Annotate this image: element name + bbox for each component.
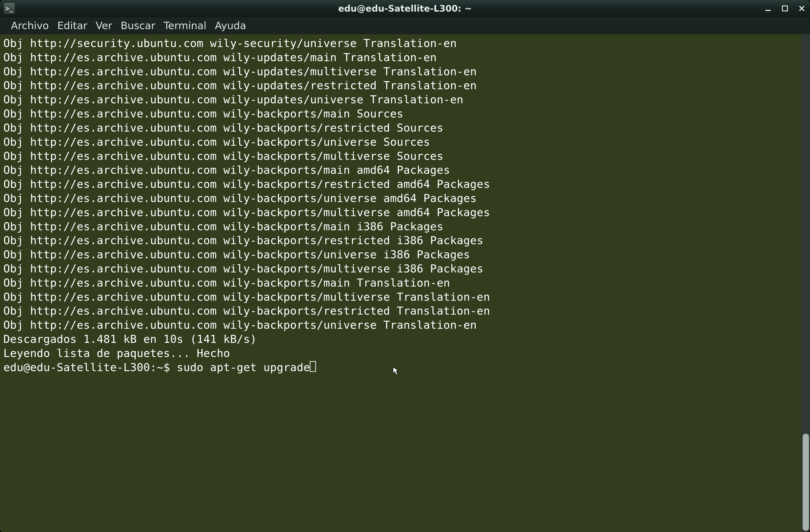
terminal-line: Obj http://es.archive.ubuntu.com wily-ba…	[3, 163, 798, 177]
minimize-button[interactable]	[763, 4, 773, 13]
terminal-line: Obj http://es.archive.ubuntu.com wily-up…	[3, 93, 798, 107]
terminal-line: Obj http://es.archive.ubuntu.com wily-up…	[3, 79, 798, 93]
menu-editar[interactable]: Editar	[54, 18, 90, 33]
terminal-line: Obj http://es.archive.ubuntu.com wily-ba…	[3, 135, 798, 149]
terminal-window: >_ edu@edu-Satellite-L300: ~ Archivo Edi…	[0, 0, 810, 532]
terminal-line: Obj http://es.archive.ubuntu.com wily-ba…	[3, 205, 798, 219]
terminal-line: Obj http://es.archive.ubuntu.com wily-ba…	[3, 191, 798, 205]
terminal-line: Obj http://es.archive.ubuntu.com wily-ba…	[3, 219, 798, 234]
terminal-cursor	[310, 361, 316, 372]
terminal-line: Obj http://es.archive.ubuntu.com wily-ba…	[3, 276, 798, 290]
terminal-output[interactable]: Obj http://security.ubuntu.com wily-secu…	[0, 34, 801, 532]
terminal-line: Obj http://es.archive.ubuntu.com wily-ba…	[3, 107, 798, 121]
terminal-line: Obj http://security.ubuntu.com wily-secu…	[3, 36, 798, 50]
terminal-prompt: edu@edu-Satellite-L300:~$	[3, 361, 177, 373]
terminal-line: Obj http://es.archive.ubuntu.com wily-ba…	[3, 262, 798, 276]
terminal-line: Leyendo lista de paquetes... Hecho	[3, 346, 798, 360]
menu-archivo[interactable]: Archivo	[8, 18, 52, 33]
svg-rect-1	[782, 6, 788, 11]
scrollbar-vertical[interactable]	[801, 34, 810, 532]
terminal-line: Obj http://es.archive.ubuntu.com wily-up…	[3, 65, 798, 79]
menu-buscar[interactable]: Buscar	[118, 18, 158, 33]
close-button[interactable]	[797, 4, 807, 13]
terminal-line: Obj http://es.archive.ubuntu.com wily-up…	[3, 50, 798, 65]
terminal-line: Obj http://es.archive.ubuntu.com wily-ba…	[3, 318, 798, 332]
maximize-button[interactable]	[780, 4, 790, 13]
terminal-line: Obj http://es.archive.ubuntu.com wily-ba…	[3, 248, 798, 262]
terminal-command: sudo apt-get upgrade	[177, 361, 310, 373]
terminal-line: Obj http://es.archive.ubuntu.com wily-ba…	[3, 149, 798, 163]
menu-ayuda[interactable]: Ayuda	[212, 18, 249, 33]
terminal-line: Descargados 1.481 kB en 10s (141 kB/s)	[3, 332, 798, 346]
window-title: edu@edu-Satellite-L300: ~	[0, 3, 810, 14]
window-controls	[763, 0, 807, 17]
terminal-line: Obj http://es.archive.ubuntu.com wily-ba…	[3, 290, 798, 304]
terminal-line: Obj http://es.archive.ubuntu.com wily-ba…	[3, 177, 798, 191]
terminal-line: Obj http://es.archive.ubuntu.com wily-ba…	[3, 233, 798, 248]
terminal-app-icon-glyph: >_	[5, 5, 13, 12]
terminal-prompt-line[interactable]: edu@edu-Satellite-L300:~$ sudo apt-get u…	[3, 360, 798, 375]
scrollbar-thumb[interactable]	[803, 434, 809, 531]
terminal-app-icon: >_	[4, 3, 15, 14]
titlebar[interactable]: >_ edu@edu-Satellite-L300: ~	[0, 0, 810, 17]
terminal-area[interactable]: Obj http://security.ubuntu.com wily-secu…	[0, 34, 810, 532]
menu-ver[interactable]: Ver	[93, 18, 115, 33]
svg-rect-0	[765, 10, 771, 11]
terminal-line: Obj http://es.archive.ubuntu.com wily-ba…	[3, 304, 798, 318]
menubar: Archivo Editar Ver Buscar Terminal Ayuda	[0, 17, 810, 34]
menu-terminal[interactable]: Terminal	[161, 18, 209, 33]
terminal-line: Obj http://es.archive.ubuntu.com wily-ba…	[3, 121, 798, 135]
